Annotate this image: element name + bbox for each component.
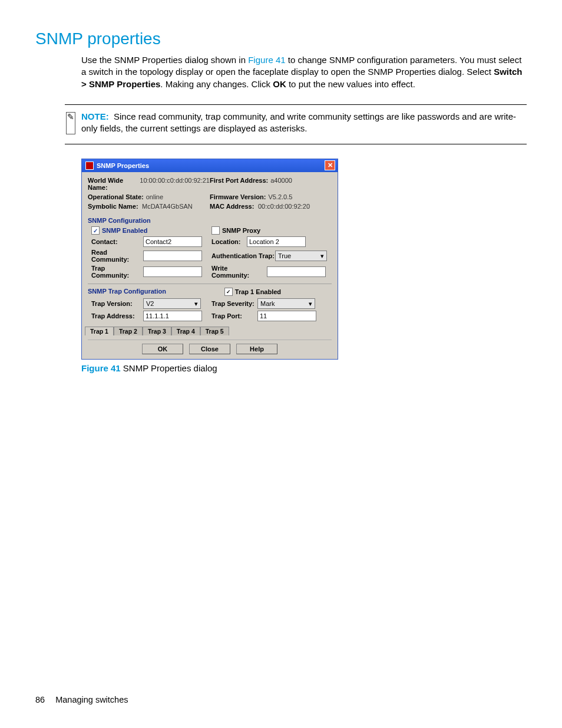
mac-value: 00:c0:dd:00:92:20 [258,203,310,210]
section-heading: SNMP properties [35,29,527,48]
ok-button[interactable]: OK [142,344,183,354]
text: . Making any changes. Click [160,79,273,89]
first-port-value: a40000 [270,177,292,191]
close-button[interactable]: Close [189,344,230,354]
symname-label: Symbolic Name: [88,203,140,210]
trap-tabs: Trap 1 Trap 2 Trap 3 Trap 4 Trap 5 [85,327,332,335]
trap-version-value: V2 [146,300,154,307]
trap1-enabled-label: Trap 1 Enabled [235,288,281,295]
app-icon [85,162,94,170]
tab-trap1[interactable]: Trap 1 [85,327,114,335]
dialog-titlebar[interactable]: SNMP Properties ✕ [82,159,338,172]
text: to put the new values into effect. [286,79,415,89]
trap-severity-value: Mark [260,300,275,307]
figure-text: SNMP Properties dialog [121,363,217,373]
close-icon[interactable]: ✕ [325,160,335,170]
wwn-value: 10:00:00:c0:dd:00:92:21 [140,177,210,191]
tab-trap2[interactable]: Trap 2 [114,327,143,335]
chevron-down-icon: ▾ [318,252,326,260]
ok-ref: OK [273,79,286,89]
help-button[interactable]: Help [236,344,277,354]
figure-caption: Figure 41 SNMP Properties dialog [81,363,527,373]
snmp-enabled-checkbox[interactable]: ✓ [91,226,100,235]
trap-severity-combo[interactable]: Mark ▾ [257,298,315,309]
auth-trap-label: Authentication Trap: [211,252,275,259]
trap-port-label: Trap Port: [211,312,257,319]
opstate-value: online [146,193,163,200]
trap-severity-label: Trap Severity: [211,300,257,307]
note-text: Since read community, trap community, an… [81,111,516,133]
read-community-input[interactable] [143,251,202,261]
trap-version-combo[interactable]: V2 ▾ [143,298,201,309]
write-community-input[interactable] [267,266,326,277]
tab-trap3[interactable]: Trap 3 [143,327,171,335]
snmp-enabled-label: SNMP Enabled [102,227,147,234]
note-label: NOTE: [81,111,109,121]
page-footer: 86 Managing switches [35,695,128,704]
wwn-label: World Wide Name: [88,177,137,191]
trap-config-header: SNMP Trap Configuration [88,288,224,296]
chevron-down-icon: ▾ [306,299,315,308]
note-block: ✎ NOTE: Since read community, trap commu… [65,104,527,145]
trap-version-label: Trap Version: [91,300,143,307]
auth-trap-value: True [278,252,291,259]
trap-port-input[interactable]: 11 [257,311,316,321]
fw-value: V5.2.0.5 [268,193,292,200]
chevron-down-icon: ▾ [192,299,200,308]
intro-paragraph: Use the SNMP Properties dialog shown in … [81,54,527,90]
text: Use the SNMP Properties dialog shown in [81,55,248,65]
mac-label: MAC Address: [210,203,256,210]
contact-input[interactable]: Contact2 [143,236,202,247]
figure-number: Figure 41 [81,363,121,373]
figure-reference-link[interactable]: Figure 41 [248,55,285,65]
fw-label: Firmware Version: [210,193,266,200]
first-port-label: First Port Address: [210,177,268,191]
snmp-proxy-checkbox[interactable] [211,226,220,235]
write-community-label: Write Community: [211,265,267,279]
page-number: 86 [35,695,45,704]
symname-value: McDATA4GbSAN [142,203,193,210]
footer-section: Managing switches [55,695,128,704]
snmp-proxy-label: SNMP Proxy [222,227,260,234]
tab-trap5[interactable]: Trap 5 [200,327,229,335]
trap-community-input[interactable] [143,266,202,277]
opstate-label: Operational State: [88,193,144,200]
trap-address-input[interactable]: 11.1.1.1 [143,311,202,321]
note-icon: ✎ [66,112,75,135]
trap-address-label: Trap Address: [91,312,143,319]
location-label: Location: [211,238,247,245]
contact-label: Contact: [91,238,143,245]
auth-trap-combo[interactable]: True ▾ [275,251,327,261]
tab-trap4[interactable]: Trap 4 [171,327,200,335]
location-input[interactable]: Location 2 [247,236,306,247]
snmp-properties-dialog: SNMP Properties ✕ World Wide Name: 10:00… [81,159,338,360]
snmp-config-header: SNMP Configuration [88,217,332,224]
trap1-enabled-checkbox[interactable]: ✓ [224,288,233,296]
trap-community-label: Trap Community: [91,265,143,279]
read-community-label: Read Community: [91,249,143,263]
dialog-title: SNMP Properties [97,162,149,169]
